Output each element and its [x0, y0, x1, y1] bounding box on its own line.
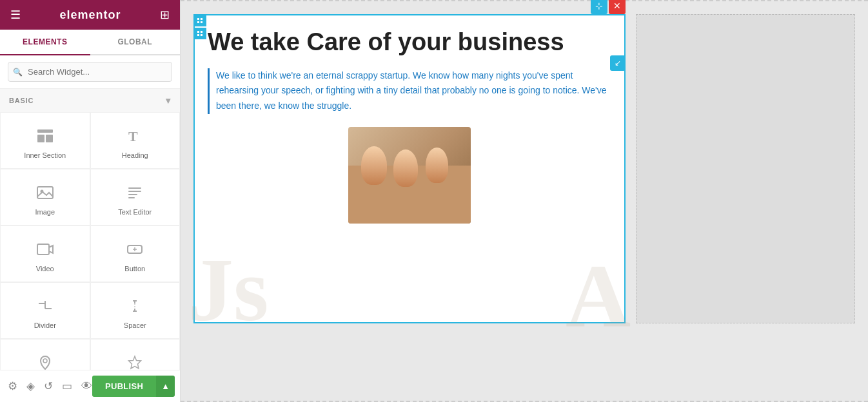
- spacer-icon: [123, 294, 146, 318]
- meeting-person-2: [393, 149, 418, 187]
- tab-global[interactable]: GLOBAL: [90, 30, 181, 54]
- right-watermark-js: Js: [769, 14, 855, 28]
- watermark-a: A: [566, 251, 631, 341]
- search-input[interactable]: [8, 62, 172, 82]
- watermark-js: Js: [188, 245, 268, 335]
- video-icon: [34, 238, 57, 261]
- svg-rect-19: [201, 31, 202, 33]
- panel-controls: ⊹ ✕: [591, 0, 626, 14]
- content-body: We like to think we're an eternal scrapp…: [208, 68, 611, 114]
- widget-divider-label: Divider: [34, 321, 56, 329]
- widget-divider[interactable]: Divider: [0, 282, 90, 339]
- widget-button[interactable]: Button: [90, 225, 181, 282]
- svg-rect-7: [128, 191, 141, 192]
- svg-rect-8: [128, 194, 137, 195]
- publish-arrow-button[interactable]: ▲: [156, 376, 175, 397]
- svg-rect-21: [201, 34, 202, 36]
- tab-elements[interactable]: ELEMENTS: [0, 30, 90, 55]
- svg-text:T: T: [128, 128, 138, 144]
- move-button[interactable]: ⊹: [591, 0, 607, 14]
- widget-grid: Inner Section T Heading Image: [0, 112, 180, 370]
- image-icon: [34, 181, 57, 204]
- sidebar: ☰ elementor ⊞ ELEMENTS GLOBAL BASIC ▾: [0, 0, 181, 402]
- widget-text-editor-label: Text Editor: [118, 208, 152, 216]
- office-person-4: [768, 14, 807, 15]
- hamburger-icon[interactable]: ☰: [10, 8, 21, 22]
- section-toggle-icon[interactable]: ▾: [166, 95, 171, 106]
- meeting-person-3: [426, 148, 448, 183]
- widget-inner-section-label: Inner Section: [24, 151, 66, 159]
- search-bar: [0, 55, 180, 89]
- inner-section-icon: [34, 124, 57, 148]
- widget-button-label: Button: [124, 265, 145, 273]
- heading-icon: T: [123, 124, 146, 148]
- right-watermark-a: A: [636, 14, 686, 28]
- sidebar-tabs: ELEMENTS GLOBAL: [0, 30, 180, 55]
- desktop-icon[interactable]: ▭: [62, 379, 72, 393]
- office-person-1: [669, 14, 715, 15]
- meeting-person-1: [361, 146, 387, 185]
- widget-video[interactable]: Video: [0, 225, 90, 282]
- svg-rect-2: [46, 135, 53, 142]
- grid-icon[interactable]: ⊞: [160, 8, 170, 22]
- widget-icon[interactable]: Icon: [90, 339, 181, 370]
- svg-rect-16: [197, 21, 199, 23]
- search-wrap: [8, 62, 172, 82]
- icon-icon: [123, 351, 146, 370]
- svg-rect-9: [128, 197, 135, 198]
- settings-icon[interactable]: ⚙: [8, 379, 17, 393]
- section-basic-label: BASIC ▾: [0, 89, 180, 112]
- widget-spacer[interactable]: Spacer: [90, 282, 181, 339]
- widget-maps[interactable]: Google Maps: [0, 339, 90, 370]
- divider-icon: [34, 294, 57, 318]
- widget-image-label: Image: [35, 208, 55, 216]
- widget-inner-section[interactable]: Inner Section: [0, 112, 90, 169]
- text-editor-icon: [123, 181, 146, 204]
- content-heading: We take Care of your business: [208, 28, 611, 57]
- close-button[interactable]: ✕: [609, 0, 626, 14]
- history-icon[interactable]: ↺: [44, 379, 53, 393]
- publish-button[interactable]: PUBLISH: [92, 376, 156, 397]
- footer-icons: ⚙ ◈ ↺ ▭ 👁: [8, 379, 92, 393]
- panel-handle[interactable]: [193, 15, 206, 39]
- office-laptop: [720, 14, 771, 15]
- sidebar-header: ☰ elementor ⊞: [0, 0, 180, 30]
- resize-handle[interactable]: ↙: [610, 55, 626, 71]
- widget-image[interactable]: Image: [0, 169, 90, 225]
- svg-rect-18: [197, 31, 199, 33]
- handle-box-top[interactable]: [193, 15, 206, 26]
- svg-rect-1: [37, 135, 44, 142]
- svg-point-13: [43, 359, 47, 363]
- maps-icon: [34, 351, 57, 370]
- svg-rect-4: [37, 187, 53, 198]
- right-photo-panel: Js A: [636, 14, 855, 323]
- svg-rect-20: [197, 34, 199, 36]
- widget-video-label: Video: [36, 265, 54, 273]
- widget-text-editor[interactable]: Text Editor: [90, 169, 181, 225]
- svg-rect-15: [201, 18, 202, 20]
- svg-rect-14: [197, 18, 199, 20]
- svg-rect-17: [201, 21, 202, 23]
- app-title: elementor: [59, 8, 121, 22]
- section-basic-text: BASIC: [9, 97, 34, 104]
- canvas-area: ⊹ ✕ ↙ We take Care of your business We l…: [181, 1, 868, 401]
- widget-heading-label: Heading: [122, 151, 148, 159]
- sidebar-footer: ⚙ ◈ ↺ ▭ 👁 PUBLISH ▲: [0, 370, 180, 402]
- handle-box-bottom[interactable]: [193, 28, 206, 39]
- svg-rect-0: [37, 129, 53, 133]
- left-content-panel[interactable]: ⊹ ✕ ↙ We take Care of your business We l…: [193, 14, 626, 323]
- svg-rect-6: [128, 187, 141, 189]
- eye-icon[interactable]: 👁: [81, 380, 92, 393]
- canvas: ⊹ ✕ ↙ We take Care of your business We l…: [181, 0, 868, 402]
- svg-rect-10: [37, 244, 49, 254]
- button-icon: [123, 238, 146, 261]
- layers-icon[interactable]: ◈: [26, 379, 35, 393]
- publish-button-wrap: PUBLISH ▲: [92, 376, 175, 397]
- meeting-photo: [348, 127, 471, 224]
- widget-heading[interactable]: T Heading: [90, 112, 181, 169]
- widget-spacer-label: Spacer: [124, 321, 146, 329]
